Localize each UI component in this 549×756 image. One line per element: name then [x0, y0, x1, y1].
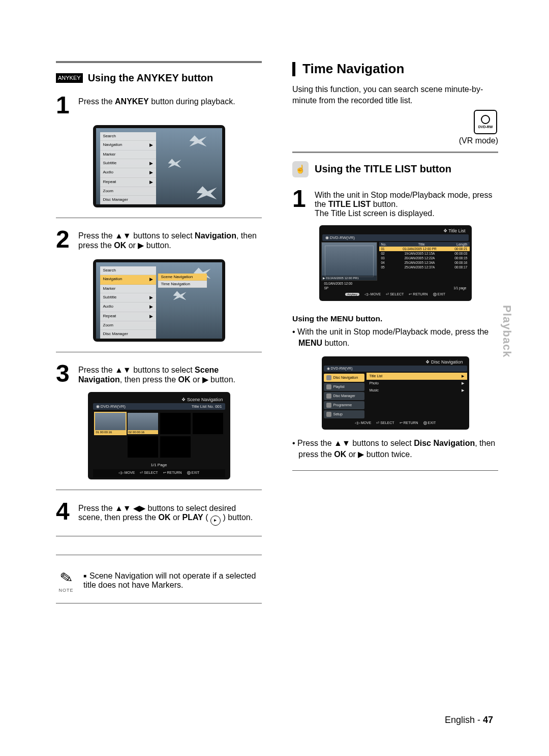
- osd-item: Audio: [103, 304, 113, 311]
- help-label: ↩ RETURN: [409, 292, 428, 296]
- discnav-side-item: Setup: [324, 410, 364, 418]
- osd-screenshot-1: Search Navigation▶ Marker Subtitle▶ Audi…: [93, 125, 225, 207]
- chevron-right-icon: ▶: [149, 179, 153, 186]
- right-step1-text: With the unit in Stop mode/Playback mode…: [315, 191, 493, 208]
- help-label: ⏎ SELECT: [386, 292, 404, 296]
- titlelist-heading-text: Using the TITLE LIST button: [315, 163, 451, 175]
- osd-subitem: Scene Navigation: [161, 275, 193, 279]
- note-label: NOTE: [56, 588, 76, 593]
- left-column: ANYKEY Using the ANYKEY button 1 Press t…: [56, 61, 262, 614]
- step-4: 4 Press the ▲▼ ◀▶ buttons to select desi…: [56, 500, 262, 526]
- help-label: ↩ RETURN: [400, 421, 418, 425]
- page-footer: English - 47: [445, 715, 493, 725]
- footer-lang: English -: [445, 715, 480, 725]
- osd-item: Marker: [103, 152, 116, 158]
- help-label: ◁▷ MOVE: [118, 471, 135, 475]
- osd-item: Disc Manager: [103, 331, 128, 337]
- pagination-label: 1/1 Page: [93, 461, 225, 469]
- discnav-right-item: Title List▶: [367, 373, 467, 380]
- scene-thumb: 01 00:00:16: [95, 413, 126, 434]
- osd-item: Marker: [103, 286, 116, 292]
- osd-item: Subtitle: [103, 160, 117, 167]
- title-entry: 0101/JAN/2005 12:00 PR00:00:21: [379, 247, 470, 251]
- anykey-heading: ANYKEY Using the ANYKEY button: [56, 72, 262, 84]
- right-step-1: 1 With the unit in Stop mode/Playback mo…: [292, 188, 498, 218]
- step-1-text: Press the ANYKEY button during playback.: [78, 97, 235, 106]
- time-nav-heading: Time Navigation: [292, 61, 498, 77]
- step-2-text: Press the ▲▼ buttons to select Navigatio…: [78, 231, 257, 250]
- osd-item: Subtitle: [103, 294, 117, 301]
- title-entry: 0219/JAN/2005 12:15A00:00:03: [379, 251, 470, 256]
- osd-item: Repeat: [103, 313, 116, 320]
- osd-item: Audio: [103, 169, 113, 176]
- step-4-text: Press the ▲▼ ◀▶ buttons to select desire…: [78, 504, 253, 522]
- osd-item: Zoom: [103, 322, 113, 328]
- remote-icon: ☝: [292, 161, 309, 177]
- scene-thumb: 02 00:00:16: [128, 413, 158, 434]
- divider: [56, 555, 262, 555]
- scene-thumb: [128, 436, 158, 458]
- osd-submenu: Scene Navigation Time Navigation: [158, 274, 207, 288]
- chevron-right-icon: ▶: [149, 142, 153, 149]
- discnav-right-item: Music▶: [367, 387, 467, 394]
- rec-mode-label: SP: [324, 286, 329, 290]
- section-tab: Playback: [500, 305, 513, 357]
- help-label: ◁▷ MOVE: [355, 421, 372, 425]
- divider: [292, 470, 498, 471]
- step-2: 2 Press the ▲▼ buttons to select Navigat…: [56, 228, 262, 250]
- titlelist-screenshot: ❖ Title List ◉ DVD-RW(VR) ▶ 01/JAN/2005 …: [319, 225, 472, 301]
- divider: [56, 536, 262, 536]
- chevron-right-icon: ▶: [149, 276, 153, 283]
- help-label: ⨂ EXIT: [423, 421, 436, 425]
- osd-item: Search: [103, 267, 116, 274]
- top-rule-left: [56, 61, 262, 63]
- discnav-screenshot: ❖ Disc Navigation ◉ DVD-RW(VR) Disc Navi…: [322, 356, 469, 430]
- help-label: ⏎ SELECT: [140, 471, 158, 475]
- anykey-tag: ANYKEY: [56, 73, 83, 83]
- footer-page-number: 47: [483, 715, 493, 725]
- bullet-2: Press the ▲▼ buttons to select Disc Navi…: [292, 438, 498, 461]
- pagination-label: 1/1 page: [453, 286, 466, 290]
- osd-item-selected: Navigation: [103, 276, 123, 283]
- osd-menu: Search Navigation▶ Marker Subtitle▶ Audi…: [100, 266, 156, 339]
- step-num: 1: [56, 94, 78, 116]
- step-3: 3 Press the ▲▼ buttons to select Scene N…: [56, 362, 262, 384]
- help-label: ⨂ EXIT: [433, 292, 446, 296]
- divider: [56, 490, 262, 490]
- divider: [56, 603, 262, 603]
- discnav-side-item: Disc Manager: [324, 392, 364, 400]
- pencil-icon: ✎: [58, 569, 74, 587]
- right-column: Time Navigation Using this function, you…: [292, 61, 498, 614]
- osd-item: Search: [103, 133, 116, 139]
- note-text: Scene Navigation will not operate if a s…: [83, 571, 256, 589]
- chevron-right-icon: ▶: [149, 169, 153, 176]
- heading-bar-icon: [292, 62, 295, 76]
- scene-nav-screenshot: ❖ Scene Navigation ◉ DVD-RW(VR)Title Lis…: [88, 392, 230, 479]
- osd-title: Scene Navigation: [187, 397, 223, 402]
- osd-subitem: Time Navigation: [161, 282, 191, 286]
- scene-thumb: [160, 436, 191, 458]
- osd-title: Disc Navigation: [431, 359, 463, 365]
- menu-subheading: Using the MENU button.: [292, 314, 498, 323]
- discnav-side-item: Disc Navigation: [324, 374, 364, 382]
- play-icon: ▸: [210, 516, 221, 526]
- vr-mode-label: (VR mode): [292, 136, 498, 145]
- osd-title-no: Title List No. 001: [192, 404, 222, 409]
- title-entry: 0525/JAN/2005 12:37A00:00:17: [379, 265, 470, 269]
- discnav-side-item: Playlist: [324, 383, 364, 391]
- anykey-pill: Anykey: [345, 293, 359, 296]
- dvd-rw-label: DVD-RW: [478, 125, 493, 129]
- osd-disc-type: DVD-RW(VR): [101, 404, 126, 409]
- help-label: ◁▷ MOVE: [364, 292, 381, 296]
- step-num: 4: [56, 500, 78, 522]
- osd-item: Disc Manager: [103, 197, 128, 203]
- step-3-text: Press the ▲▼ buttons to select Scene Nav…: [78, 366, 235, 384]
- osd-title: Title List: [448, 228, 465, 233]
- right-step1-line2: The Title List screen is displayed.: [315, 209, 435, 218]
- step-num: 1: [292, 188, 315, 209]
- note-block: ✎ NOTE ■Scene Navigation will not operat…: [56, 570, 262, 593]
- step-1: 1 Press the ANYKEY button during playbac…: [56, 94, 262, 116]
- discnav-side-item: Programme: [324, 401, 364, 409]
- heading-text: Time Navigation: [302, 61, 404, 77]
- osd-disc-type: DVD-RW(VR): [330, 367, 352, 370]
